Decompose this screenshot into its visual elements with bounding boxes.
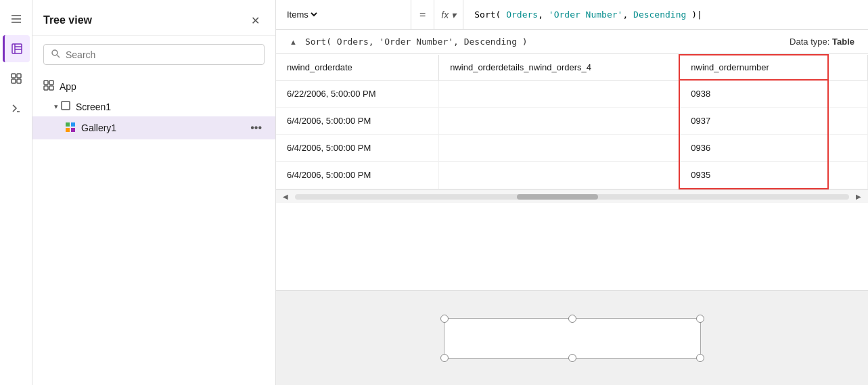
col-header-ordernumber: nwind_ordernumber bbox=[679, 55, 828, 80]
tree-item-screen1-label: Screen1 bbox=[76, 101, 265, 112]
cell-orderdate-3: 6/4/2006, 5:00:00 PM bbox=[276, 135, 439, 162]
svg-rect-7 bbox=[12, 74, 16, 78]
app-icon bbox=[43, 80, 54, 93]
svg-rect-21 bbox=[66, 128, 70, 132]
cell-orderdate-2: 6/4/2006, 5:00:00 PM bbox=[276, 108, 439, 135]
cell-orderdetails-2 bbox=[439, 108, 680, 135]
tree-item-gallery1[interactable]: Gallery1 ••• bbox=[32, 116, 275, 139]
formula-input[interactable]: Sort( Orders, 'Order Number', Descending… bbox=[463, 9, 868, 20]
cell-orderdate-4: 6/4/2006, 5:00:00 PM bbox=[276, 162, 439, 189]
cell-extra-2 bbox=[828, 108, 868, 135]
svg-rect-9 bbox=[12, 79, 16, 83]
components-icon[interactable] bbox=[3, 65, 30, 92]
svg-rect-22 bbox=[71, 128, 75, 132]
scroll-track bbox=[295, 194, 849, 200]
cell-ordernumber-3: 0936 bbox=[679, 135, 828, 162]
resize-handle-tr[interactable] bbox=[696, 315, 704, 323]
cell-ordernumber-4: 0935 bbox=[679, 162, 828, 189]
cell-orderdate-1: 6/22/2006, 5:00:00 PM bbox=[276, 80, 439, 108]
col-header-orderdetails: nwind_orderdetails_nwind_orders_4 bbox=[439, 55, 680, 80]
screen1-chevron-icon: ▾ bbox=[54, 102, 58, 111]
svg-rect-15 bbox=[49, 81, 53, 85]
data-table: nwind_orderdate nwind_orderdetails_nwind… bbox=[276, 54, 868, 189]
preview-header: ▲ Sort( Orders, 'Order Number', Descendi… bbox=[276, 30, 868, 54]
search-box-container bbox=[43, 44, 265, 65]
cell-orderdetails-4 bbox=[439, 162, 680, 189]
col-header-extra bbox=[828, 55, 868, 80]
resize-handle-bl[interactable] bbox=[440, 354, 449, 362]
tree-item-app[interactable]: App bbox=[32, 76, 275, 97]
resize-handle-br[interactable] bbox=[696, 354, 704, 362]
formula-text: Sort( Orders, 'Order Number', Descending… bbox=[474, 9, 702, 20]
svg-line-13 bbox=[58, 55, 60, 58]
hamburger-menu-icon[interactable] bbox=[3, 5, 30, 32]
search-icon bbox=[51, 49, 60, 60]
cell-extra-1 bbox=[828, 80, 868, 108]
resize-handle-tl[interactable] bbox=[440, 315, 449, 323]
col-header-orderdate: nwind_orderdate bbox=[276, 55, 439, 80]
tree-title: Tree view bbox=[43, 14, 92, 26]
property-selector[interactable]: Items bbox=[276, 0, 411, 29]
svg-rect-14 bbox=[44, 81, 48, 85]
fx-button[interactable]: fx ▾ bbox=[434, 0, 463, 29]
screen-icon bbox=[61, 101, 70, 112]
svg-rect-18 bbox=[62, 101, 70, 110]
svg-rect-19 bbox=[66, 122, 70, 127]
gallery1-more-button[interactable]: ••• bbox=[248, 120, 265, 135]
tree-item-app-label: App bbox=[60, 81, 265, 92]
table-header-row: nwind_orderdate nwind_orderdetails_nwind… bbox=[276, 55, 868, 80]
svg-point-12 bbox=[52, 50, 58, 55]
search-input[interactable] bbox=[66, 49, 257, 60]
preview-collapse-icon[interactable]: ▲ bbox=[290, 38, 297, 46]
gallery-icon bbox=[65, 122, 76, 135]
formula-bar: Items = fx ▾ Sort( Orders, 'Order Number… bbox=[276, 0, 868, 30]
cell-ordernumber-2: 0937 bbox=[679, 108, 828, 135]
data-type-label: Data type: Table bbox=[790, 37, 854, 47]
property-select[interactable]: Items bbox=[284, 9, 319, 20]
preview-formula-text: Sort( Orders, 'Order Number', Descending… bbox=[305, 37, 528, 47]
cell-ordernumber-1: 0938 bbox=[679, 80, 828, 108]
svg-rect-8 bbox=[17, 74, 21, 78]
fx-chevron-icon: ▾ bbox=[451, 9, 456, 20]
tree-item-gallery1-label: Gallery1 bbox=[81, 122, 248, 133]
main-area: Items = fx ▾ Sort( Orders, 'Order Number… bbox=[276, 0, 868, 385]
table-container[interactable]: nwind_orderdate nwind_orderdetails_nwind… bbox=[276, 54, 868, 290]
data-preview: ▲ Sort( Orders, 'Order Number', Descendi… bbox=[276, 30, 868, 290]
table-row: 6/4/2006, 5:00:00 PM 0936 bbox=[276, 135, 868, 162]
cell-extra-4 bbox=[828, 162, 868, 189]
svg-rect-20 bbox=[71, 122, 75, 127]
tree-view-icon[interactable] bbox=[3, 35, 30, 62]
tree-item-screen1[interactable]: ▾ Screen1 bbox=[32, 97, 275, 116]
table-row: 6/22/2006, 5:00:00 PM 0938 bbox=[276, 80, 868, 108]
canvas-area bbox=[276, 290, 868, 385]
equals-sign: = bbox=[411, 0, 434, 29]
cell-orderdetails-1 bbox=[439, 80, 680, 108]
horizontal-scrollbar[interactable]: ◀ ▶ bbox=[276, 189, 868, 203]
svg-rect-3 bbox=[12, 44, 22, 53]
scroll-thumb[interactable] bbox=[517, 194, 598, 200]
svg-rect-10 bbox=[17, 79, 21, 83]
tree-content: App ▾ Screen1 Gallery1 ••• bbox=[32, 73, 275, 385]
table-row: 6/4/2006, 5:00:00 PM 0935 bbox=[276, 162, 868, 189]
tree-header: Tree view ✕ bbox=[32, 0, 275, 36]
svg-rect-17 bbox=[49, 86, 53, 90]
cell-extra-3 bbox=[828, 135, 868, 162]
fx-label: fx bbox=[441, 9, 449, 20]
resize-handle-tm[interactable] bbox=[568, 315, 576, 323]
table-row: 6/4/2006, 5:00:00 PM 0937 bbox=[276, 108, 868, 135]
left-icon-bar bbox=[0, 0, 32, 385]
tree-panel: Tree view ✕ App ▾ bbox=[32, 0, 276, 385]
svg-rect-16 bbox=[44, 86, 48, 90]
variables-icon[interactable] bbox=[3, 95, 30, 122]
resize-handle-bm[interactable] bbox=[568, 354, 576, 362]
cell-orderdetails-3 bbox=[439, 135, 680, 162]
scroll-left-button[interactable]: ◀ bbox=[279, 193, 292, 200]
close-tree-button[interactable]: ✕ bbox=[246, 11, 265, 30]
scroll-right-button[interactable]: ▶ bbox=[852, 193, 865, 200]
canvas-gallery-element[interactable] bbox=[444, 318, 701, 359]
